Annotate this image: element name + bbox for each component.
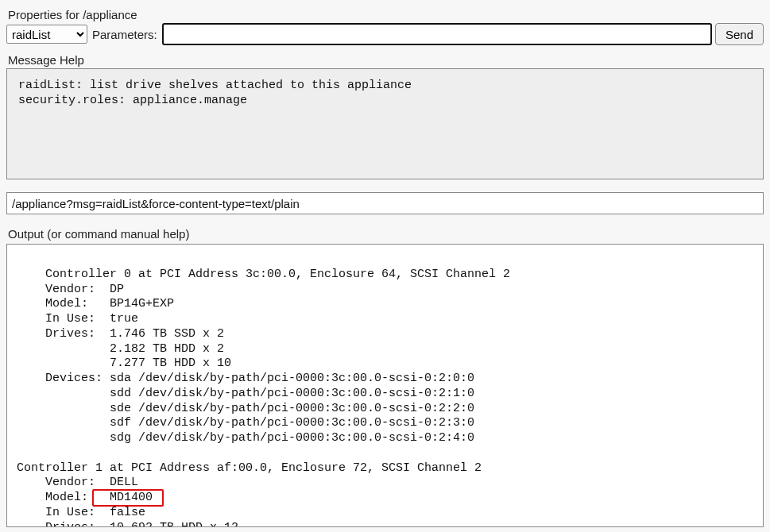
message-select[interactable]: raidList xyxy=(6,25,87,44)
request-url-input[interactable] xyxy=(6,192,764,214)
page-root: Properties for /appliance raidList Param… xyxy=(0,0,770,527)
output-box: Controller 0 at PCI Address 3c:00.0, Enc… xyxy=(6,244,764,527)
parameters-input[interactable] xyxy=(162,23,712,45)
output-text: Controller 0 at PCI Address 3c:00.0, Enc… xyxy=(17,268,510,527)
output-label: Output (or command manual help) xyxy=(8,227,764,241)
message-help-box: raidList: list drive shelves attached to… xyxy=(6,68,764,179)
properties-label: Properties for /appliance xyxy=(8,8,764,21)
message-help-label: Message Help xyxy=(8,53,764,67)
controls-row: raidList Parameters: Send xyxy=(6,23,764,45)
send-button[interactable]: Send xyxy=(715,23,764,45)
parameters-label: Parameters: xyxy=(92,28,157,41)
